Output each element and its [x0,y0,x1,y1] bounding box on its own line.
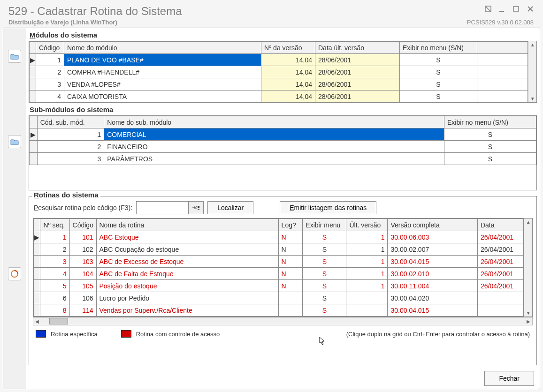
cell-codigo: 3 [37,153,104,165]
localizar-button[interactable]: Localizar [207,201,253,214]
cell-exibir: S [444,128,536,141]
col-exibir[interactable]: Exibir menu [303,219,346,231]
modules-grid[interactable]: Código Nome do módulo Nº da versão Data … [29,41,537,103]
scroll-up-icon[interactable]: ▲ [525,219,532,226]
cell-versao: 14,04 [261,66,315,78]
row-indicator [34,280,40,292]
table-row[interactable]: 3103ABC de Excesso de EstoqueNS130.00.04… [34,256,524,268]
cell-nome: ABC de Falta de Estoque [96,268,278,280]
cell-data: 26/04/2001 [477,268,523,280]
col-indicator [30,116,38,128]
col-codigo[interactable]: Código [36,42,64,54]
fechar-button[interactable]: Fechar [484,371,534,386]
search-lookup-button[interactable] [188,202,203,214]
cell-seq: 2 [40,243,69,256]
cell-exibir: S [303,256,346,268]
col-exibir[interactable]: Exibir no menu (S/N) [400,42,477,54]
col-cod[interactable]: Código [69,219,96,231]
table-row[interactable]: ▶1COMERCIALS [30,128,536,141]
col-sub-codigo[interactable]: Cód. sub. mód. [37,116,104,128]
table-row[interactable]: 2FINANCEIROS [30,141,536,153]
cell-codigo: 104 [69,268,96,280]
scroll-down-icon[interactable]: ▼ [525,309,532,317]
modules-title: Módulos do sistema [29,29,537,40]
scroll-right-icon[interactable]: ▶ [525,319,532,324]
search-input[interactable] [137,202,188,214]
submodules-grid[interactable]: Cód. sub. mód. Nome do sub. módulo Exibi… [29,115,537,190]
row-indicator [34,243,40,256]
minimize-icon[interactable] [498,5,506,13]
cell-codigo: 3 [36,78,64,90]
col-data[interactable]: Data [477,219,523,231]
search-box [136,201,204,214]
cell-data: 26/04/2001 [477,280,523,292]
table-row[interactable]: 3VENDA #LOPES#14,0428/06/2001S [30,78,528,90]
col-versao[interactable]: Nº da versão [261,42,315,54]
modules-table[interactable]: Código Nome do módulo Nº da versão Data … [29,41,528,103]
cell-spacer [477,78,528,90]
footer-bar: Fechar [29,366,537,386]
window-title: 529 - Cadastrar Rotina do Sistema [8,5,182,18]
cell-codigo: 2 [37,141,104,153]
col-spacer [477,42,528,54]
routines-table[interactable]: Nº seq. Código Nome da rotina Log? Exibi… [33,219,524,317]
table-row[interactable]: 4CAIXA MOTORISTA14,0428/06/2001S [30,90,528,103]
col-ver[interactable]: Versão completa [388,219,477,231]
cell-nome: ABC Ocupação do estoque [96,243,278,256]
cell-ver: 30.00.11.004 [388,280,477,292]
maximize-icon[interactable] [512,5,520,13]
routines-scrollbar[interactable]: ▲▼ [524,219,532,317]
folder-icon-2[interactable] [8,135,21,148]
col-data[interactable]: Data últ. versão [315,42,400,54]
col-nome[interactable]: Nome da rotina [96,219,278,231]
cell-data: 28/06/2001 [315,90,400,103]
submodules-table[interactable]: Cód. sub. mód. Nome do sub. módulo Exibi… [29,116,536,165]
scroll-thumb[interactable] [49,318,68,324]
table-row[interactable]: 2102ABC Ocupação do estoqueNS130.00.02.0… [34,243,524,256]
col-ult[interactable]: Últ. versão [346,219,388,231]
table-row[interactable]: 4104ABC de Falta de EstoqueNS130.00.02.0… [34,268,524,280]
cell-codigo: 1 [36,54,64,66]
scroll-left-icon[interactable]: ◀ [33,319,41,324]
modules-scrollbar[interactable]: ▲▼ [528,41,536,102]
close-icon[interactable] [526,5,535,13]
submodules-title: Sub-módulos do sistema [29,104,537,114]
row-indicator: ▶ [30,128,38,141]
scroll-down-icon[interactable]: ▼ [529,95,536,102]
cell-log [278,292,303,304]
version-label: PCSIS529 v.30.0.02.008 [467,19,534,26]
left-toolbar [3,28,26,389]
titlebar: 529 - Cadastrar Rotina do Sistema Distri… [0,0,543,28]
table-row[interactable]: 6106Lucro por PedidoS30.00.04.020 [34,292,524,304]
cell-seq: 1 [40,231,69,243]
col-log[interactable]: Log? [278,219,303,231]
col-sub-nome[interactable]: Nome do sub. módulo [104,116,444,128]
cell-data: 28/06/2001 [315,66,400,78]
cell-versao: 14,04 [261,54,315,66]
row-indicator [30,141,38,153]
row-indicator: ▶ [30,54,36,66]
table-row[interactable]: 2COMPRA #HAENDELL#14,0428/06/2001S [30,66,528,78]
table-row[interactable]: ▶1101ABC EstoqueNS130.00.06.00326/04/200… [34,231,524,243]
routines-h-scrollbar[interactable]: ◀ ▶ [33,317,533,325]
routines-groupbox: Rotinas do sistema Pesquisar rotina pelo… [29,196,537,365]
col-nome[interactable]: Nome do módulo [64,42,261,54]
cell-exibir: S [400,66,477,78]
emitir-button[interactable]: Emitir listagem das rotinas [280,201,376,214]
scroll-up-icon[interactable]: ▲ [529,41,536,48]
cell-ver: 30.00.02.010 [388,268,477,280]
col-sub-exibir[interactable]: Exibir no menu (S/N) [444,116,536,128]
legend-blue-box [36,330,46,338]
table-row[interactable]: 5105Posição do estoqueNS130.00.11.00426/… [34,280,524,292]
routines-grid[interactable]: Nº seq. Código Nome da rotina Log? Exibi… [33,218,533,317]
cell-ver: 30.00.04.015 [388,256,477,268]
cell-codigo: 103 [69,256,96,268]
table-row[interactable]: 3PARÂMETROSS [30,153,536,165]
table-row[interactable]: 8114Vendas por Superv./Rca/ClienteS30.00… [34,304,524,317]
books-icon[interactable] [8,267,21,280]
folder-icon[interactable] [8,50,21,63]
col-seq[interactable]: Nº seq. [40,219,69,231]
table-row[interactable]: ▶1PLANO DE VOO #BASE#14,0428/06/2001S [30,54,528,66]
cell-ult [346,304,388,317]
pin-icon[interactable] [484,5,492,13]
